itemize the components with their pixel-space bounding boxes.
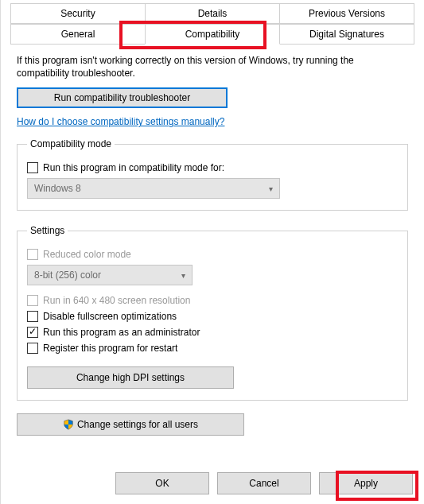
compat-mode-label: Run this program in compatibility mode f… (43, 162, 224, 173)
change-all-users-button[interactable]: Change settings for all users (17, 413, 244, 436)
tab-digital-signatures[interactable]: Digital Signatures (279, 24, 414, 45)
compat-mode-checkrow[interactable]: Run this program in compatibility mode f… (27, 162, 398, 173)
compatibility-mode-legend: Compatibility mode (27, 138, 115, 149)
shield-icon (63, 419, 74, 430)
ok-button[interactable]: OK (115, 472, 209, 494)
settings-group: Settings Reduced color mode 8-bit (256) … (17, 225, 408, 401)
color-mode-select-value: 8-bit (256) color (34, 269, 101, 281)
tab-compatibility[interactable]: Compatibility (145, 24, 280, 45)
compat-mode-select-value: Windows 8 (34, 183, 81, 194)
chevron-down-icon: ▾ (269, 184, 273, 193)
color-mode-select: 8-bit (256) color ▾ (27, 265, 193, 285)
change-dpi-button[interactable]: Change high DPI settings (27, 366, 234, 389)
tabs-area: Security Details Previous Versions Gener… (1, 0, 424, 45)
dialog-footer: OK Cancel Apply (1, 472, 424, 494)
register-restart-checkbox[interactable] (27, 343, 38, 354)
reduced-color-label: Reduced color mode (43, 249, 131, 260)
tab-general[interactable]: General (10, 24, 146, 45)
reduced-color-checkrow: Reduced color mode (27, 249, 398, 260)
disable-fullscreen-label: Disable fullscreen optimizations (43, 311, 177, 322)
disable-fullscreen-checkbox[interactable] (27, 311, 38, 322)
help-link[interactable]: How do I choose compatibility settings m… (17, 116, 224, 127)
compatibility-mode-group: Compatibility mode Run this program in c… (17, 138, 408, 211)
run-640-checkrow: Run in 640 x 480 screen resolution (27, 295, 398, 306)
register-restart-checkrow[interactable]: Register this program for restart (27, 343, 398, 354)
cancel-button[interactable]: Cancel (217, 472, 311, 494)
tab-security[interactable]: Security (10, 3, 146, 24)
run-admin-checkrow[interactable]: Run this program as an administrator (27, 327, 398, 338)
properties-window: Security Details Previous Versions Gener… (0, 0, 424, 504)
compat-mode-checkbox[interactable] (27, 162, 38, 173)
settings-legend: Settings (27, 225, 68, 236)
tab-content: If this program isn't working correctly … (17, 54, 408, 460)
tab-details[interactable]: Details (145, 3, 280, 24)
run-troubleshooter-button[interactable]: Run compatibility troubleshooter (17, 87, 228, 108)
register-restart-label: Register this program for restart (43, 343, 177, 354)
intro-text: If this program isn't working correctly … (17, 54, 408, 79)
run-640-label: Run in 640 x 480 screen resolution (43, 295, 190, 306)
change-all-users-label: Change settings for all users (77, 419, 198, 430)
tab-previous-versions[interactable]: Previous Versions (279, 3, 414, 24)
disable-fullscreen-checkrow[interactable]: Disable fullscreen optimizations (27, 311, 398, 322)
run-admin-label: Run this program as an administrator (43, 327, 200, 338)
run-640-checkbox (27, 295, 38, 306)
run-admin-checkbox[interactable] (27, 327, 38, 338)
tab-row-bottom: General Compatibility Digital Signatures (10, 24, 414, 45)
apply-button[interactable]: Apply (319, 472, 413, 494)
compat-mode-select[interactable]: Windows 8 ▾ (27, 178, 280, 199)
reduced-color-checkbox (27, 249, 38, 260)
tab-row-top: Security Details Previous Versions (10, 3, 414, 24)
chevron-down-icon: ▾ (181, 271, 185, 280)
